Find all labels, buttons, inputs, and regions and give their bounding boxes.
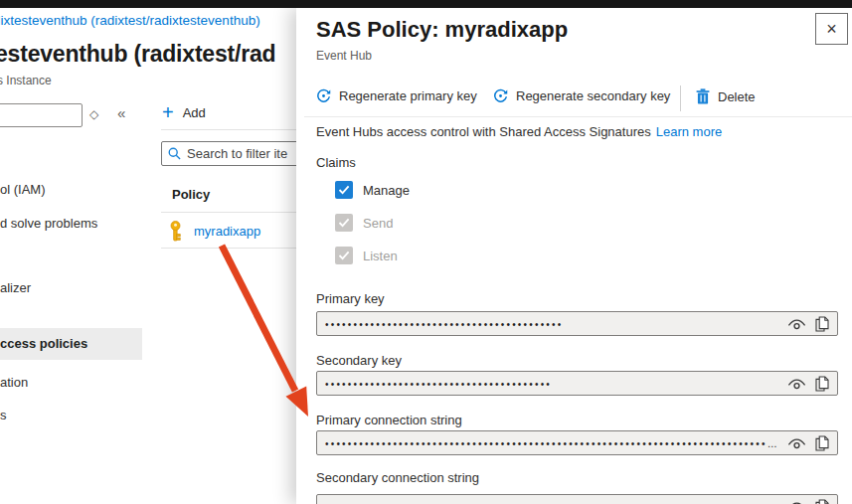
sidebar-item-access-control-iam[interactable]: ol (IAM) — [0, 182, 46, 197]
regenerate-primary-key-button[interactable]: Regenerate primary key — [316, 88, 477, 103]
description-text: Event Hubs access control with Shared Ac… — [316, 124, 651, 139]
add-policy-button[interactable]: + Add — [162, 103, 206, 121]
regenerate-secondary-key-button[interactable]: Regenerate secondary key — [493, 88, 670, 103]
policy-filter-search[interactable] — [161, 141, 308, 166]
reveal-eye-icon[interactable] — [787, 378, 806, 390]
regenerate-icon — [493, 88, 508, 103]
policy-filter-input[interactable] — [187, 146, 306, 161]
screenshot-root: dixtesteventhub (radixtest/radixtesteven… — [0, 0, 852, 504]
primary-key-label: Primary key — [316, 291, 385, 306]
checkbox-checked-disabled-icon — [335, 247, 353, 264]
close-panel-button[interactable]: × — [815, 13, 848, 45]
plus-icon: + — [162, 103, 174, 121]
divider — [161, 248, 308, 249]
claim-manage[interactable]: Manage — [335, 181, 410, 199]
search-icon — [168, 147, 181, 160]
collapse-sidebar-icon[interactable]: « — [117, 104, 125, 121]
copy-icon[interactable] — [815, 435, 829, 451]
reveal-eye-icon[interactable] — [787, 318, 806, 330]
claims-label: Claims — [316, 155, 356, 170]
sidebar-item-shared-access-policies[interactable]: ccess policies — [0, 328, 142, 360]
panel-title: SAS Policy: myradixapp — [316, 17, 568, 43]
primary-key-masked-value: ••••••••••••••••••••••••••••••••••••••••… — [325, 318, 778, 330]
policy-column-header: Policy — [172, 187, 210, 202]
delete-label: Delete — [718, 89, 756, 104]
primary-connection-string-label: Primary connection string — [316, 413, 462, 427]
copy-icon[interactable] — [815, 499, 829, 504]
regenerate-icon — [316, 88, 331, 103]
learn-more-link[interactable]: Learn more — [656, 124, 722, 139]
trash-icon — [696, 88, 710, 104]
key-icon — [168, 221, 183, 242]
sort-icon[interactable]: ◇ — [89, 107, 98, 121]
regenerate-secondary-key-label: Regenerate secondary key — [516, 88, 670, 103]
regenerate-primary-key-label: Regenerate primary key — [339, 88, 477, 103]
copy-icon[interactable] — [815, 316, 829, 332]
breadcrumb[interactable]: dixtesteventhub (radixtest/radixtesteven… — [0, 13, 260, 28]
claim-send: Send — [335, 214, 393, 232]
sidebar-search-input[interactable] — [0, 103, 83, 127]
delete-button[interactable]: Delete — [696, 88, 756, 104]
page-title: esteventhub (radixtest/rad — [0, 41, 275, 68]
sidebar-item-configuration[interactable]: ation — [0, 375, 28, 390]
secondary-connection-string-masked-value: ••••••••••••••••••••••••••••••••••••••••… — [325, 501, 778, 504]
panel-subtitle: Event Hub — [316, 49, 372, 63]
reveal-eye-icon[interactable] — [787, 501, 806, 504]
access-control-description: Event Hubs access control with Shared Ac… — [316, 124, 722, 139]
divider — [161, 212, 308, 213]
claim-listen: Listen — [335, 247, 398, 264]
copy-icon[interactable] — [815, 376, 829, 392]
claim-listen-label: Listen — [363, 249, 398, 263]
secondary-key-label: Secondary key — [316, 353, 402, 368]
sidebar-item-visualizer[interactable]: alizer — [0, 280, 31, 295]
add-policy-label: Add — [183, 105, 206, 120]
sidebar-item-properties[interactable]: s — [0, 408, 7, 422]
primary-connection-string-masked-value: ••••••••••••••••••••••••••••••••••••••••… — [325, 437, 778, 449]
secondary-connection-string-field[interactable]: ••••••••••••••••••••••••••••••••••••••••… — [316, 494, 838, 504]
secondary-key-field[interactable]: •••••••••••••••••••••••••••••••••••••••• — [316, 371, 838, 396]
toolbar-divider — [680, 85, 681, 111]
checkbox-checked-icon[interactable] — [335, 181, 353, 199]
page-subtitle: s Instance — [0, 74, 52, 87]
primary-key-field[interactable]: ••••••••••••••••••••••••••••••••••••••••… — [316, 311, 838, 336]
sas-policy-panel: SAS Policy: myradixapp Event Hub × Regen… — [296, 8, 852, 504]
primary-connection-string-field[interactable]: ••••••••••••••••••••••••••••••••••••••••… — [316, 430, 838, 455]
secondary-key-masked-value: •••••••••••••••••••••••••••••••••••••••• — [325, 378, 778, 390]
browser-top-bar — [0, 0, 852, 8]
claim-manage-label: Manage — [363, 183, 410, 198]
divider — [304, 116, 852, 117]
checkbox-checked-disabled-icon — [335, 214, 353, 232]
policy-name-link: myradixapp — [194, 224, 260, 239]
divider — [161, 129, 308, 130]
secondary-connection-string-label: Secondary connection string — [316, 470, 479, 485]
close-icon: × — [826, 19, 837, 40]
reveal-eye-icon[interactable] — [787, 437, 806, 449]
sidebar-item-diagnose-solve-problems[interactable]: d solve problems — [0, 216, 97, 231]
policy-row-myradixapp[interactable]: myradixapp — [168, 221, 260, 242]
claim-send-label: Send — [363, 216, 393, 231]
